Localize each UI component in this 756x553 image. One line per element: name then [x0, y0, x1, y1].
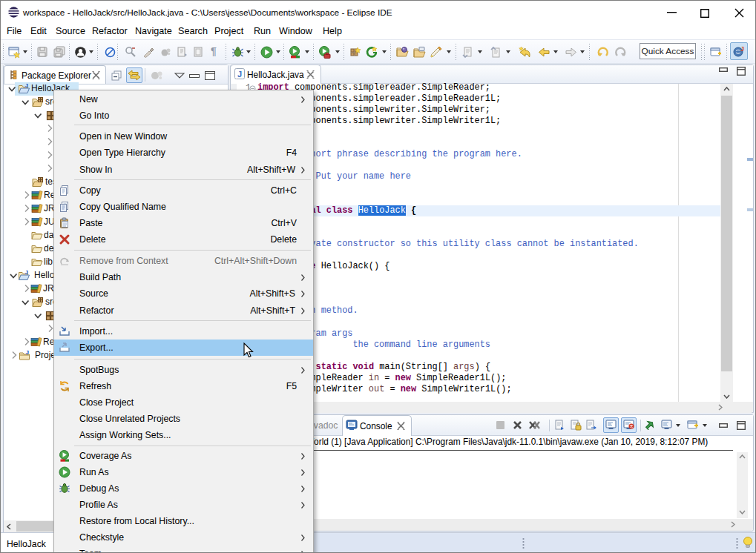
svg-text:J: J [740, 45, 744, 53]
svg-text:J: J [237, 70, 242, 79]
